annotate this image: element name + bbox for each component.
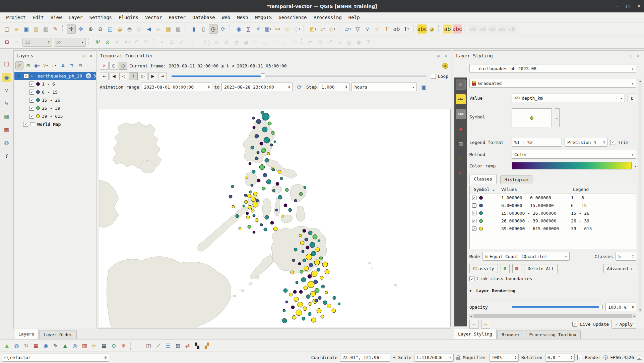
refresh-plugin-icon[interactable]: ↻: [22, 341, 31, 350]
save-animation-icon[interactable]: ▣: [419, 83, 428, 92]
trim-checkbox[interactable]: [610, 140, 615, 145]
spinner-arrows-icon[interactable]: [48, 40, 50, 44]
scroll-down-icon[interactable]: ▼: [639, 309, 641, 312]
layer-labeling-icon[interactable]: abc: [417, 24, 427, 34]
show-bookmarks-icon[interactable]: ▯: [199, 24, 208, 34]
add-raster-layer-icon[interactable]: ▦: [2, 112, 11, 121]
menu-item-web[interactable]: Web: [218, 14, 234, 21]
play-forward-button[interactable]: ▷: [139, 72, 147, 80]
opacity-slider[interactable]: [512, 304, 603, 310]
regular-polygon-icon[interactable]: ⬠: [290, 38, 299, 47]
class-enabled-checkbox[interactable]: [472, 226, 476, 231]
annotation-star-icon[interactable]: ☆: [373, 24, 382, 34]
class-visibility-checkbox[interactable]: [29, 114, 34, 119]
select-by-expression-icon[interactable]: ε: [318, 24, 327, 34]
vertex-tool-icon[interactable]: ▱: [343, 24, 352, 34]
slider-handle[interactable]: [599, 305, 603, 309]
delete-part-icon[interactable]: ✕: [122, 38, 131, 47]
class-visibility-checkbox[interactable]: [29, 90, 34, 95]
pan-to-selection-icon[interactable]: ✜: [76, 24, 85, 34]
menu-item-geoscience[interactable]: Geoscience: [275, 14, 310, 21]
zoom-out-icon[interactable]: ⊖: [96, 24, 105, 34]
spinner-arrows-icon[interactable]: [515, 356, 516, 360]
search-input[interactable]: [10, 355, 102, 360]
cad-construction-icon[interactable]: ∠: [167, 38, 176, 47]
circle-2points-icon[interactable]: ◯: [202, 38, 211, 47]
close-panel-icon[interactable]: [88, 53, 94, 58]
ellipse-center-icon[interactable]: ◕: [241, 38, 250, 47]
collapse-arrow-icon[interactable]: ▼: [469, 289, 471, 293]
zoom-to-selection-icon[interactable]: ◒: [115, 24, 124, 34]
table-header[interactable]: Symbol Values Legend: [470, 185, 636, 194]
save-project-icon[interactable]: ▣: [22, 24, 31, 34]
menu-item-raster[interactable]: Raster: [166, 14, 189, 21]
identify-features-icon[interactable]: ◉: [234, 24, 243, 34]
menu-item-project[interactable]: Project: [3, 14, 29, 21]
temporal-settings-icon[interactable]: ✱: [442, 63, 448, 69]
web-plugin-icon[interactable]: ◎: [70, 341, 79, 350]
arc-chord-icon[interactable]: ◡: [261, 38, 270, 47]
precision-spinner[interactable]: Precision 4: [565, 138, 607, 147]
magnifier-spinner[interactable]: 100%: [489, 354, 519, 362]
history-tab-icon[interactable]: ↻: [456, 168, 466, 178]
pin-labels-icon[interactable]: ab: [443, 24, 452, 34]
metadata-plugin-icon[interactable]: ◉: [41, 341, 50, 350]
layer-item-world-map[interactable]: World Map: [14, 120, 96, 128]
play-backward-button[interactable]: ◁: [119, 72, 128, 80]
crs-value[interactable]: EPSG:4326: [610, 355, 634, 360]
split-features-icon[interactable]: ⊘: [103, 38, 112, 47]
annotations-icon[interactable]: ◌: [293, 24, 302, 34]
sketch-plugin-icon[interactable]: ✏: [90, 341, 99, 350]
ellipse-extent-icon[interactable]: ◔: [232, 38, 241, 47]
menu-item-help[interactable]: Help: [345, 14, 363, 21]
jump-to-end-button[interactable]: ⇥: [158, 72, 167, 80]
collapse-all-icon[interactable]: ⇈: [68, 61, 76, 69]
apply-button[interactable]: ✓ Apply: [611, 320, 636, 329]
pan-map-icon[interactable]: ✛: [67, 24, 76, 34]
redo-edit-icon[interactable]: ↷: [142, 38, 151, 47]
layer-class-item[interactable]: 1 - 6: [14, 80, 96, 88]
step-back-button[interactable]: ◀: [110, 72, 118, 80]
spinner-arrows-icon[interactable]: [632, 305, 634, 309]
menu-item-layer[interactable]: Layer: [65, 14, 86, 21]
checker-light-icon[interactable]: ▞: [202, 341, 211, 350]
move-label-icon[interactable]: ab: [478, 24, 487, 34]
help-icon[interactable]: ?: [2, 151, 11, 160]
vertex-marker-icon[interactable]: ⌗: [12, 38, 21, 47]
rotate-label-icon[interactable]: ab: [488, 24, 497, 34]
swap-layers-icon[interactable]: ⇄: [183, 341, 192, 350]
class-visibility-checkbox[interactable]: [29, 82, 34, 87]
show-hide-labels-icon[interactable]: ab: [468, 24, 477, 34]
color-ramp-preview[interactable]: [512, 162, 632, 169]
jump-to-start-button[interactable]: ⇤: [100, 72, 109, 80]
layer-class-item[interactable]: 39 - 615: [14, 112, 96, 120]
tab-layer-styling[interactable]: Layer Styling: [454, 329, 497, 339]
table-row[interactable]: 15.000000 - 26.000000 15 - 26: [470, 209, 636, 217]
vertical-scrollbar[interactable]: ▲ ▼: [638, 79, 642, 312]
open-attribute-table-icon[interactable]: ▦: [263, 24, 272, 34]
profile-tool-plugin-icon[interactable]: ✎: [51, 341, 60, 350]
float-panel-icon[interactable]: [81, 53, 86, 58]
scroll-left-icon[interactable]: ◀: [470, 315, 473, 318]
spinner-arrows-icon[interactable]: [208, 85, 209, 89]
new-bookmark-icon[interactable]: ▮: [189, 24, 198, 34]
opacity-spinner[interactable]: 100.0 %: [605, 303, 636, 311]
deselect-features-icon[interactable]: ◇: [328, 24, 337, 34]
table-grid-icon[interactable]: ⊞: [173, 341, 182, 350]
classes-count-spinner[interactable]: 5: [616, 252, 636, 261]
loop-checkbox[interactable]: [431, 74, 436, 79]
animated-navigation-button[interactable]: ◶: [119, 62, 127, 70]
symbol-preview[interactable]: [512, 108, 552, 127]
measure-icon[interactable]: ━: [273, 24, 282, 34]
styling-layer-combobox[interactable]: ∴ earthquakes_ph_2023.08: [469, 64, 636, 73]
advanced-digitizing-icon[interactable]: ⌖: [157, 38, 167, 47]
clear-search-icon[interactable]: ⊗: [104, 355, 107, 360]
terrain-plugin-icon[interactable]: ▲: [61, 341, 70, 350]
maximize-icon[interactable]: ◻: [626, 4, 630, 9]
step-unit-combobox[interactable]: hours: [351, 83, 417, 91]
delete-all-button[interactable]: Delete All: [524, 264, 558, 273]
class-visibility-checkbox[interactable]: [29, 98, 34, 103]
statistical-summary-icon[interactable]: ∑: [244, 24, 253, 34]
text-annotation-icon[interactable]: T: [382, 24, 391, 34]
table-row[interactable]: 26.000000 - 39.000000 26 - 39: [470, 217, 636, 225]
